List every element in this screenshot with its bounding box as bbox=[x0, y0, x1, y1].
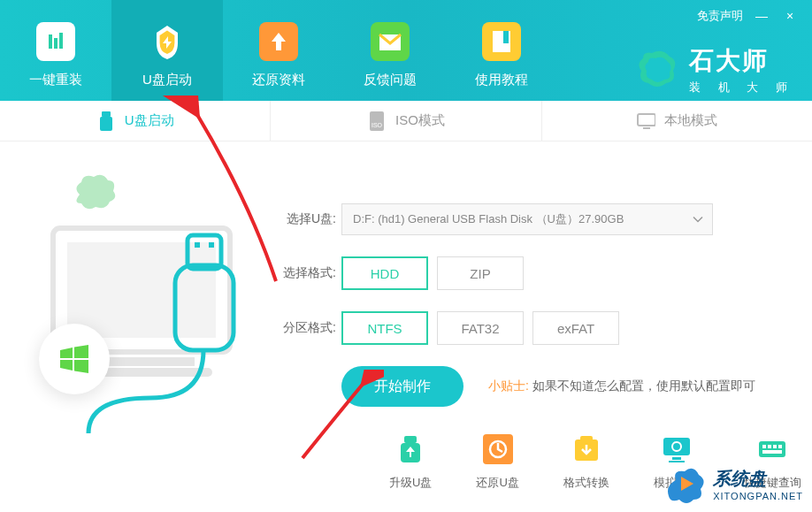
svg-rect-22 bbox=[195, 242, 200, 248]
svg-rect-10 bbox=[102, 111, 111, 117]
svg-rect-23 bbox=[209, 242, 214, 248]
format-option-zip[interactable]: ZIP bbox=[437, 256, 524, 290]
svg-rect-1 bbox=[49, 34, 52, 49]
mode-tabs: U盘启动 ISO ISO模式 本地模式 bbox=[0, 101, 812, 141]
partition-option-exfat[interactable]: exFAT bbox=[532, 311, 619, 345]
nav-tutorial[interactable]: 使用教程 bbox=[446, 0, 557, 101]
nav-label: 一键重装 bbox=[29, 72, 82, 88]
tab-label: U盘启动 bbox=[125, 112, 174, 129]
watermark: 系统盘 XITONGPAN.NET bbox=[655, 455, 812, 512]
usb-select-label: 选择U盘: bbox=[274, 211, 336, 227]
svg-rect-9 bbox=[503, 31, 509, 43]
tool-restore-usb[interactable]: 还原U盘 bbox=[476, 434, 518, 491]
svg-rect-37 bbox=[773, 445, 777, 448]
brand-logo: 石大师 装 机 大 师 bbox=[636, 44, 794, 96]
format-options: HDD ZIP bbox=[341, 256, 524, 290]
restore-usb-icon bbox=[483, 434, 513, 464]
feedback-icon bbox=[371, 22, 410, 61]
tab-label: ISO模式 bbox=[395, 112, 445, 129]
svg-rect-29 bbox=[580, 436, 593, 441]
format-option-hdd[interactable]: HDD bbox=[341, 256, 428, 290]
svg-rect-24 bbox=[404, 436, 417, 443]
nav-label: 反馈问题 bbox=[364, 72, 417, 88]
tool-format-convert[interactable]: 格式转换 bbox=[563, 434, 609, 491]
svg-rect-11 bbox=[100, 117, 112, 131]
nav-label: U盘启动 bbox=[142, 72, 192, 88]
partition-option-ntfs[interactable]: NTFS bbox=[341, 311, 428, 345]
usb-illustration bbox=[0, 168, 274, 469]
main-nav: 一键重装 U盘启动 还原资料 反馈问题 使用教程 bbox=[0, 0, 557, 101]
restore-icon bbox=[259, 22, 298, 61]
brand-title: 石大师 bbox=[689, 44, 794, 78]
chevron-down-icon bbox=[693, 213, 703, 226]
window-controls: 免责声明 — × bbox=[697, 0, 812, 32]
tab-local-mode[interactable]: 本地模式 bbox=[542, 101, 812, 141]
watermark-logo-icon bbox=[663, 462, 706, 505]
tool-label: 格式转换 bbox=[563, 475, 609, 491]
tool-label: 还原U盘 bbox=[476, 475, 518, 491]
usb-icon bbox=[96, 111, 116, 131]
nav-restore[interactable]: 还原资料 bbox=[223, 0, 334, 101]
tool-upgrade-usb[interactable]: 升级U盘 bbox=[389, 434, 432, 491]
tool-label: 升级U盘 bbox=[389, 475, 432, 491]
watermark-text: 系统盘 bbox=[713, 467, 803, 491]
usb-select-dropdown[interactable]: D:F: (hd1) General USB Flash Disk （U盘）27… bbox=[341, 203, 713, 235]
svg-rect-30 bbox=[663, 438, 690, 455]
usb-select-value: D:F: (hd1) General USB Flash Disk （U盘）27… bbox=[353, 211, 624, 227]
partition-option-fat32[interactable]: FAT32 bbox=[437, 311, 524, 345]
tab-label: 本地模式 bbox=[664, 112, 717, 129]
brand-subtitle: 装 机 大 师 bbox=[689, 80, 794, 96]
windows-icon bbox=[57, 341, 92, 377]
minimize-button[interactable]: — bbox=[752, 6, 771, 26]
nav-feedback[interactable]: 反馈问题 bbox=[334, 0, 446, 101]
logo-icon bbox=[636, 48, 680, 92]
tutorial-icon bbox=[482, 22, 521, 61]
config-form: 选择U盘: D:F: (hd1) General USB Flash Disk … bbox=[274, 168, 812, 469]
partition-options: NTFS FAT32 exFAT bbox=[341, 311, 619, 345]
usb-boot-icon bbox=[148, 22, 187, 61]
svg-rect-38 bbox=[778, 445, 782, 448]
svg-text:ISO: ISO bbox=[372, 122, 383, 128]
svg-rect-36 bbox=[768, 445, 771, 448]
svg-rect-39 bbox=[762, 450, 782, 454]
tip-label: 小贴士: bbox=[488, 378, 529, 394]
iso-icon: ISO bbox=[367, 111, 387, 131]
start-create-button[interactable]: 开始制作 bbox=[341, 366, 463, 407]
windows-badge bbox=[39, 324, 110, 394]
main-content: 选择U盘: D:F: (hd1) General USB Flash Disk … bbox=[0, 141, 812, 469]
svg-rect-2 bbox=[54, 38, 57, 49]
watermark-sub: XITONGPAN.NET bbox=[713, 491, 803, 501]
nav-label: 使用教程 bbox=[475, 72, 528, 88]
svg-rect-17 bbox=[67, 242, 216, 338]
app-header: 免责声明 — × 一键重装 U盘启动 还原资料 反馈问题 bbox=[0, 0, 812, 101]
nav-usb-boot[interactable]: U盘启动 bbox=[111, 0, 223, 101]
tab-usb-boot[interactable]: U盘启动 bbox=[0, 101, 271, 141]
format-select-label: 选择格式: bbox=[274, 265, 336, 281]
nav-reinstall[interactable]: 一键重装 bbox=[0, 0, 111, 101]
close-button[interactable]: × bbox=[780, 6, 800, 26]
svg-rect-3 bbox=[59, 33, 63, 49]
nav-label: 还原资料 bbox=[252, 72, 305, 88]
upgrade-usb-icon bbox=[395, 434, 425, 464]
tip-text: 如果不知道怎么配置，使用默认配置即可 bbox=[532, 378, 755, 394]
svg-rect-14 bbox=[638, 114, 655, 126]
tab-iso-mode[interactable]: ISO ISO模式 bbox=[271, 101, 541, 141]
local-icon bbox=[636, 111, 655, 131]
svg-rect-35 bbox=[762, 445, 766, 448]
format-convert-icon bbox=[571, 434, 601, 464]
reinstall-icon bbox=[36, 22, 75, 61]
partition-select-label: 分区格式: bbox=[274, 320, 336, 336]
monitor-usb-graphic bbox=[35, 168, 265, 451]
tip-row: 小贴士: 如果不知道怎么配置，使用默认配置即可 bbox=[488, 378, 755, 394]
disclaimer-link[interactable]: 免责声明 bbox=[697, 8, 743, 24]
